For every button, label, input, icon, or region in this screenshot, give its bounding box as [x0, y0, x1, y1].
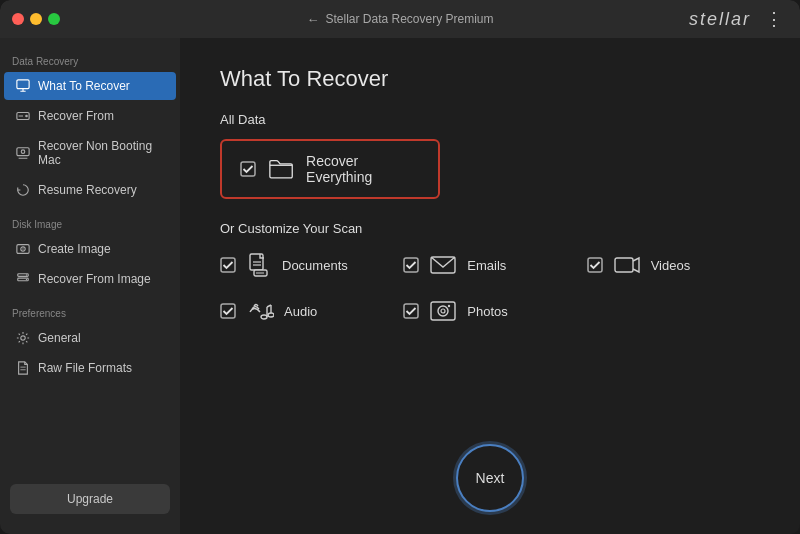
disk2-icon	[16, 272, 30, 286]
all-data-label: All Data	[220, 112, 760, 127]
window-controls	[12, 13, 60, 25]
svg-point-4	[25, 115, 28, 118]
sidebar-item-recover-non-booting[interactable]: Recover Non Booting Mac	[4, 132, 176, 174]
svg-rect-20	[221, 258, 235, 272]
computer-icon	[16, 146, 30, 160]
svg-point-16	[21, 336, 25, 340]
emails-label: Emails	[467, 258, 506, 273]
documents-label: Documents	[282, 258, 348, 273]
svg-point-34	[268, 313, 274, 317]
svg-rect-6	[17, 148, 29, 156]
sidebar-item-label: Recover Non Booting Mac	[38, 139, 164, 167]
sidebar-item-raw-file-formats[interactable]: Raw File Formats	[4, 354, 176, 382]
svg-rect-0	[17, 80, 29, 89]
sidebar: Data Recovery What To Recover Recover Fr…	[0, 38, 180, 534]
sidebar-bottom: Upgrade	[0, 476, 180, 522]
recover-everything-card[interactable]: Recover Everything	[220, 139, 440, 199]
sidebar-item-label: Raw File Formats	[38, 361, 132, 375]
audio-label: Audio	[284, 304, 317, 319]
sidebar-item-label: Recover From	[38, 109, 114, 123]
svg-point-8	[21, 150, 25, 154]
customize-label: Or Customize Your Scan	[220, 221, 760, 236]
svg-rect-28	[588, 258, 602, 272]
videos-label: Videos	[651, 258, 691, 273]
minimize-button[interactable]	[30, 13, 42, 25]
drive-icon	[16, 109, 30, 123]
audio-checkbox[interactable]	[220, 303, 236, 319]
emails-icon	[429, 252, 457, 278]
maximize-button[interactable]	[48, 13, 60, 25]
sidebar-item-resume-recovery[interactable]: Resume Recovery	[4, 176, 176, 204]
app-body: Data Recovery What To Recover Recover Fr…	[0, 38, 800, 534]
titlebar: ← Stellar Data Recovery Premium stellar …	[0, 0, 800, 38]
option-documents[interactable]: Documents	[220, 252, 393, 278]
next-button[interactable]: Next	[456, 444, 524, 512]
gear-icon	[16, 331, 30, 345]
svg-rect-30	[221, 304, 235, 318]
documents-icon	[246, 252, 272, 278]
videos-checkbox[interactable]	[587, 257, 603, 273]
sidebar-item-label: Create Image	[38, 242, 111, 256]
file-icon	[16, 361, 30, 375]
option-photos[interactable]: Photos	[403, 298, 576, 324]
photos-icon	[429, 298, 457, 324]
svg-point-31	[261, 315, 267, 319]
svg-rect-36	[404, 304, 418, 318]
svg-point-14	[26, 274, 27, 275]
emails-checkbox[interactable]	[403, 257, 419, 273]
option-audio[interactable]: Audio	[220, 298, 393, 324]
page-title: What To Recover	[220, 66, 760, 92]
option-emails[interactable]: Emails	[403, 252, 576, 278]
section-label-disk-image: Disk Image	[0, 213, 180, 234]
svg-rect-37	[431, 302, 455, 320]
svg-rect-19	[241, 162, 255, 176]
sidebar-item-label: Recover From Image	[38, 272, 151, 286]
resume-icon	[16, 183, 30, 197]
section-label-data-recovery: Data Recovery	[0, 50, 180, 71]
back-icon[interactable]: ←	[306, 12, 319, 27]
svg-point-40	[448, 305, 450, 307]
svg-point-39	[441, 309, 445, 313]
svg-rect-26	[404, 258, 418, 272]
monitor-icon	[16, 79, 30, 93]
videos-icon	[613, 252, 641, 278]
sidebar-item-general[interactable]: General	[4, 324, 176, 352]
sidebar-item-recover-from[interactable]: Recover From	[4, 102, 176, 130]
stellar-logo: stellar ⋮	[689, 8, 784, 30]
option-videos[interactable]: Videos	[587, 252, 760, 278]
svg-point-15	[26, 279, 27, 280]
recover-everything-label: Recover Everything	[306, 153, 420, 185]
svg-point-38	[438, 306, 448, 316]
sidebar-item-label: Resume Recovery	[38, 183, 137, 197]
disk-icon	[16, 242, 30, 256]
sidebar-item-label: General	[38, 331, 81, 345]
sidebar-item-recover-from-image[interactable]: Recover From Image	[4, 265, 176, 293]
recover-everything-checkbox[interactable]	[240, 161, 256, 177]
svg-point-11	[22, 248, 23, 249]
titlebar-title: ← Stellar Data Recovery Premium	[306, 12, 493, 27]
svg-rect-29	[615, 258, 633, 272]
section-label-preferences: Preferences	[0, 302, 180, 323]
sidebar-item-label: What To Recover	[38, 79, 130, 93]
folder-icon	[268, 157, 294, 181]
menu-icon[interactable]: ⋮	[765, 9, 784, 29]
sidebar-item-create-image[interactable]: Create Image	[4, 235, 176, 263]
main-content: What To Recover All Data Recover Everyth…	[180, 38, 800, 534]
photos-label: Photos	[467, 304, 507, 319]
next-button-container: Next	[456, 444, 524, 512]
sidebar-item-what-to-recover[interactable]: What To Recover	[4, 72, 176, 100]
scan-options-grid: Documents Emails	[220, 252, 760, 324]
audio-icon	[246, 298, 274, 324]
photos-checkbox[interactable]	[403, 303, 419, 319]
documents-checkbox[interactable]	[220, 257, 236, 273]
upgrade-button[interactable]: Upgrade	[10, 484, 170, 514]
close-button[interactable]	[12, 13, 24, 25]
